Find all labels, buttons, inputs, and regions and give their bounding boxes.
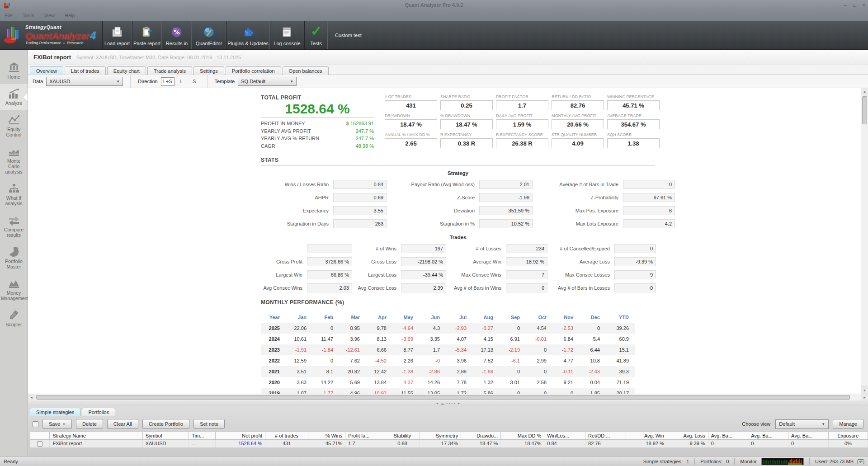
- clear-all-button[interactable]: Clear All: [107, 419, 138, 429]
- sidebar-item-equity-control[interactable]: Equity Control: [0, 110, 28, 142]
- sidebar-item-label: What If analysis: [1, 195, 27, 206]
- metric-value: 0.38 R: [440, 138, 493, 148]
- strategy-cell: 18.92 %: [626, 440, 667, 447]
- log-console-button[interactable]: Log console: [270, 21, 304, 49]
- menubar: FileToolsViewHelp: [0, 10, 868, 21]
- titlebar: Quant Analyzer Pro 4.9.2 – □ ×: [0, 0, 868, 10]
- monthly-row-2020: 20203.6314.225.6913.84-4.3714.267.781.32…: [261, 377, 635, 388]
- sidebar-item-analyze[interactable]: Analyze: [0, 84, 28, 110]
- metric-of-trades: # OF TRADES431: [385, 94, 437, 112]
- sidebar-item-what-if-analysis[interactable]: What If analysis: [0, 179, 28, 211]
- pager-left-arrow[interactable]: ◄: [436, 400, 439, 406]
- scroll-down-arrow[interactable]: ▼: [861, 386, 868, 394]
- brand-version: 4: [90, 30, 96, 42]
- strategy-row[interactable]: FXiBot reportXAUUSD...1528.64 %43145.71%…: [30, 440, 868, 447]
- plugins-updates-button[interactable]: Plugins & Updates: [226, 21, 270, 49]
- delete-button[interactable]: Delete: [76, 419, 103, 429]
- stat-label: Stagnation in Days: [261, 219, 329, 228]
- metric-label: DAILY AVG PROFIT: [496, 113, 548, 118]
- memory-icon[interactable]: [857, 458, 864, 465]
- metric-drawdown: DRAWDOWN18.47 %: [385, 113, 437, 131]
- scroll-right-arrow[interactable]: ►: [861, 394, 868, 400]
- status-strategies-label: Simple strategies:: [643, 459, 683, 464]
- stat-value: 9: [614, 270, 656, 279]
- year-cell: 2019: [261, 388, 286, 394]
- tests-button[interactable]: Tests: [304, 21, 328, 49]
- pager-right-arrow[interactable]: ►: [457, 400, 460, 406]
- direction-s-button[interactable]: S: [189, 77, 200, 86]
- close-button[interactable]: ×: [863, 2, 865, 8]
- col-ret-dd: Ret/DD ...: [585, 432, 626, 440]
- tab-list-of-trades[interactable]: List of trades: [65, 66, 106, 75]
- stat-value: -9.39 %: [614, 257, 656, 266]
- tab-portfolios[interactable]: Portfolios: [82, 408, 115, 416]
- plugins-updates-label: Plugins & Updates: [227, 41, 269, 46]
- metric-label: % DRAWDOWN: [440, 113, 493, 118]
- menu-view[interactable]: View: [44, 13, 55, 18]
- month-cell: 14.26: [420, 377, 446, 388]
- sidebar-item-home[interactable]: Home: [0, 58, 28, 84]
- metric-sqn-score: SQN SCORE1.38: [607, 132, 660, 150]
- scroll-thumb[interactable]: [862, 96, 867, 124]
- results-in-button[interactable]: %Results in: [162, 21, 192, 49]
- monthly-row-2023: 2023-1.91-1.84-12.616.668.771.7-5.3417.1…: [261, 344, 635, 355]
- vertical-scrollbar[interactable]: ▲ ▼: [861, 88, 868, 394]
- metric-value: 1.59 %: [496, 119, 548, 129]
- scroll-thumb[interactable]: [36, 395, 850, 400]
- direction-l-s-button[interactable]: L+S: [161, 77, 175, 86]
- tab-open-balances[interactable]: Open balances: [283, 66, 329, 75]
- monthly-col-sep: Sep: [500, 312, 526, 323]
- sidebar-item-scripter[interactable]: Scripter: [0, 306, 28, 332]
- pager-dot: ▪: [447, 400, 448, 406]
- tab-overview[interactable]: Overview: [30, 66, 63, 75]
- minimize-button[interactable]: –: [844, 2, 847, 8]
- metric-str-quality-number: STR QUALITY NUMBER4.09: [552, 132, 604, 150]
- maximize-button[interactable]: □: [853, 2, 856, 8]
- month-cell: 1.7: [420, 344, 446, 355]
- view-select[interactable]: Default ▼: [775, 419, 829, 429]
- profit-row-value: 48.98 %: [356, 143, 374, 149]
- status-monitor-label: Monitor: [740, 459, 757, 464]
- tab-settings[interactable]: Settings: [193, 66, 224, 75]
- create-portfolio-button[interactable]: Create Portfolio: [142, 419, 189, 429]
- tab-equity-chart[interactable]: Equity chart: [107, 66, 146, 75]
- horizontal-scrollbar[interactable]: ◄ ►: [28, 394, 868, 400]
- tab-trade-analysis[interactable]: Trade analysis: [147, 66, 192, 75]
- scroll-up-arrow[interactable]: ▲: [861, 88, 868, 95]
- stats-heading: STATS: [261, 157, 655, 163]
- paste-report-button[interactable]: Paste report: [132, 21, 162, 49]
- menu-tools[interactable]: Tools: [23, 13, 34, 18]
- save-button[interactable]: Save▼: [42, 419, 72, 429]
- month-cell: 3.35: [420, 334, 446, 344]
- chevron-down-icon: ▼: [62, 423, 66, 426]
- set-note-button[interactable]: Set note: [193, 419, 225, 429]
- metric-label: WINNING PERCENTAGE: [607, 94, 660, 99]
- stat-label: Z-Probability: [537, 193, 618, 202]
- quanteditor-button[interactable]: QuantEditor: [192, 21, 226, 49]
- load-report-button[interactable]: Load report: [102, 21, 132, 49]
- manage-button[interactable]: Manage: [833, 419, 863, 429]
- tab-simple-strategies[interactable]: Simple strategies: [30, 408, 80, 416]
- template-select[interactable]: SQ Default ▼: [238, 77, 297, 86]
- data-select[interactable]: XAUUSD ▼: [46, 77, 123, 86]
- overview-content: TOTAL PROFIT 1528.64 % PROFIT IN MONEY$ …: [28, 88, 868, 394]
- select-all-checkbox[interactable]: [33, 421, 38, 427]
- menu-file[interactable]: File: [5, 13, 13, 18]
- tab-portfolio-correlation[interactable]: Portfolio correlation: [226, 66, 281, 75]
- month-cell: 3.63: [286, 377, 313, 388]
- scroll-left-arrow[interactable]: ◄: [28, 394, 35, 400]
- strategy-cell: 17.34%: [420, 440, 461, 447]
- stat-value: 0: [614, 244, 656, 253]
- sidebar-item-money-management[interactable]: Money Management: [0, 274, 28, 306]
- menu-help[interactable]: Help: [65, 13, 75, 18]
- sidebar-item-monte-carlo-analysis[interactable]: Monte Carlo analysis: [0, 142, 28, 179]
- status-strategies-value: 1: [686, 459, 689, 464]
- month-cell: 13.05: [420, 388, 446, 394]
- row-checkbox[interactable]: [37, 441, 42, 447]
- net-profit-link[interactable]: 1528.64 %: [216, 440, 265, 447]
- direction-l-button[interactable]: L: [176, 77, 187, 86]
- sidebar-item-label: Compare results: [1, 227, 27, 238]
- stat-value: 197: [401, 244, 446, 253]
- sidebar-item-portfolio-master[interactable]: Portfolio Master: [0, 242, 28, 274]
- sidebar-item-compare-results[interactable]: Compare results: [0, 211, 28, 242]
